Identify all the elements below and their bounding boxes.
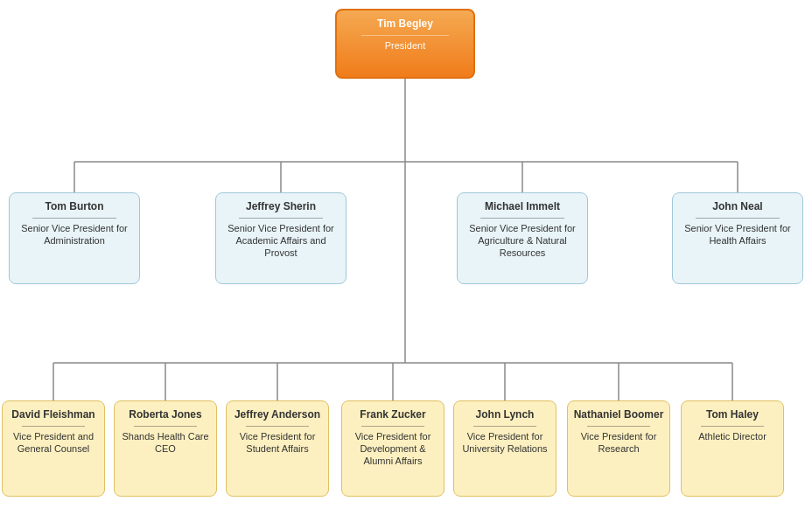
vp1-name: Tom Burton: [15, 200, 134, 214]
vp3-card: Michael Immelt Senior Vice President for…: [457, 192, 588, 284]
dir3-name: Jeffrey Anderson: [232, 408, 323, 422]
vp4-name: John Neal: [678, 200, 797, 214]
card-divider-dir6: [587, 426, 651, 427]
dir2-card: Roberta Jones Shands Health Care CEO: [114, 400, 217, 497]
card-divider-dir3: [246, 426, 310, 427]
card-divider-dir5: [473, 426, 537, 427]
dir1-card: David Fleishman Vice President and Gener…: [2, 400, 105, 497]
dir1-title: Vice President and General Counsel: [8, 430, 99, 456]
vp2-name: Jeffrey Sherin: [221, 200, 340, 214]
president-name: Tim Begley: [342, 17, 468, 31]
dir2-title: Shands Health Care CEO: [120, 430, 211, 456]
dir1-name: David Fleishman: [8, 408, 99, 422]
card-divider-vp1: [32, 218, 116, 219]
dir6-name: Nathaniel Boomer: [573, 408, 664, 422]
dir4-title: Vice President for Development & Alumni …: [347, 430, 438, 468]
card-divider-dir4: [361, 426, 425, 427]
org-chart: Tim Begley President Tom Burton Senior V…: [0, 0, 812, 508]
dir7-card: Tom Haley Athletic Director: [681, 400, 784, 497]
card-divider-dir7: [701, 426, 765, 427]
card-divider-vp4: [696, 218, 779, 219]
dir7-name: Tom Haley: [687, 408, 778, 422]
vp3-title: Senior Vice President for Agriculture & …: [463, 222, 582, 260]
vp4-card: John Neal Senior Vice President for Heal…: [672, 192, 803, 284]
president-card: Tim Begley President: [335, 9, 475, 79]
vp1-card: Tom Burton Senior Vice President for Adm…: [9, 192, 140, 284]
vp2-title: Senior Vice President for Academic Affai…: [221, 222, 340, 260]
dir4-name: Frank Zucker: [347, 408, 438, 422]
dir5-name: John Lynch: [459, 408, 550, 422]
card-divider-vp3: [480, 218, 564, 219]
vp4-title: Senior Vice President for Health Affairs: [678, 222, 797, 247]
dir6-card: Nathaniel Boomer Vice President for Rese…: [567, 400, 670, 497]
dir5-title: Vice President for University Relations: [459, 430, 550, 456]
dir3-title: Vice President for Student Affairs: [232, 430, 323, 456]
vp2-card: Jeffrey Sherin Senior Vice President for…: [215, 192, 346, 284]
vp3-name: Michael Immelt: [463, 200, 582, 214]
dir2-name: Roberta Jones: [120, 408, 211, 422]
president-title: President: [342, 39, 468, 52]
dir3-card: Jeffrey Anderson Vice President for Stud…: [226, 400, 329, 497]
dir5-card: John Lynch Vice President for University…: [453, 400, 556, 497]
dir6-title: Vice President for Research: [573, 430, 664, 456]
card-divider-dir2: [134, 426, 198, 427]
card-divider-1: [361, 35, 450, 36]
dir4-card: Frank Zucker Vice President for Developm…: [341, 400, 444, 497]
vp1-title: Senior Vice President for Administration: [15, 222, 134, 247]
dir7-title: Athletic Director: [687, 430, 778, 442]
card-divider-dir1: [22, 426, 86, 427]
card-divider-vp2: [239, 218, 322, 219]
